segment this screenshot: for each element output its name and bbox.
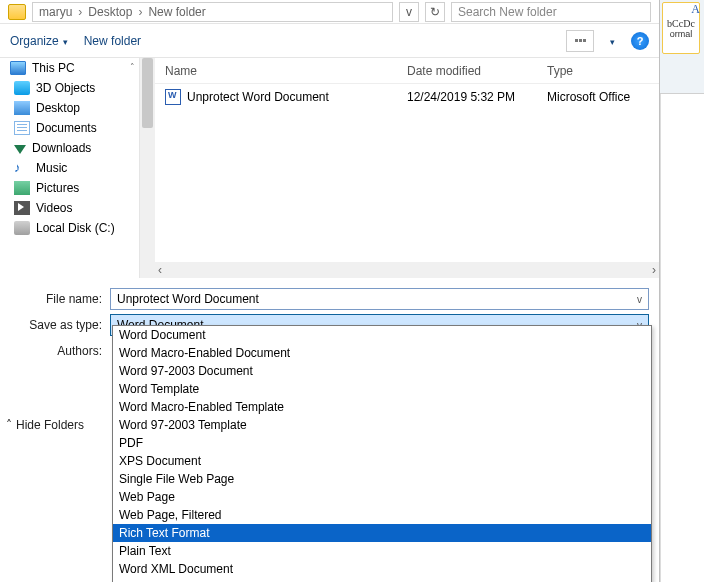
- pc-icon: [10, 61, 26, 75]
- sidebar-label: Downloads: [32, 141, 91, 155]
- sidebar-label: Videos: [36, 201, 72, 215]
- type-option[interactable]: Plain Text: [113, 542, 651, 560]
- help-button[interactable]: ?: [631, 32, 649, 50]
- scroll-left-icon[interactable]: ‹: [158, 263, 162, 277]
- sidebar-label: Pictures: [36, 181, 79, 195]
- sidebar-item-downloads[interactable]: Downloads: [0, 138, 139, 158]
- type-option[interactable]: Word Document: [113, 326, 651, 344]
- chevron-up-icon: [6, 418, 12, 432]
- documents-icon: [14, 121, 30, 135]
- file-list: Name Date modified Type Unprotect Word D…: [140, 58, 659, 278]
- file-name-input[interactable]: Unprotect Word Document: [110, 288, 649, 310]
- word-file-icon: [165, 89, 181, 105]
- chevron-down-icon: [63, 34, 68, 48]
- sidebar-label: Desktop: [36, 101, 80, 115]
- file-name-value: Unprotect Word Document: [117, 292, 259, 306]
- crumb-user[interactable]: maryu: [39, 5, 72, 19]
- view-dropdown-button[interactable]: [610, 34, 615, 48]
- refresh-button[interactable]: ↻: [425, 2, 445, 22]
- download-icon: [14, 145, 26, 154]
- disk-icon: [14, 221, 30, 235]
- document-background: [660, 94, 704, 582]
- authors-label: Authors:: [10, 344, 110, 358]
- col-type-header[interactable]: Type: [547, 64, 659, 78]
- search-placeholder: Search New folder: [458, 5, 557, 19]
- type-option[interactable]: PDF: [113, 434, 651, 452]
- sidebar-label: This PC: [32, 61, 75, 75]
- nav-sidebar: ˄ This PC 3D Objects Desktop Documents D…: [0, 58, 140, 278]
- file-type: Microsoft Office: [547, 90, 659, 104]
- new-folder-label: New folder: [84, 34, 141, 48]
- sidebar-label: Music: [36, 161, 67, 175]
- organize-label: Organize: [10, 34, 59, 48]
- crumb-folder[interactable]: New folder: [148, 5, 205, 19]
- chevron-down-icon[interactable]: [637, 292, 642, 306]
- sidebar-item-desktop[interactable]: Desktop: [0, 98, 139, 118]
- style-name: ormal: [670, 29, 693, 39]
- vscroll-thumb[interactable]: [142, 58, 153, 128]
- sidebar-item-videos[interactable]: Videos: [0, 198, 139, 218]
- vscroll-track[interactable]: [140, 58, 155, 278]
- type-option[interactable]: Web Page, Filtered: [113, 506, 651, 524]
- breadcrumb[interactable]: maryu Desktop New folder: [32, 2, 393, 22]
- col-date-header[interactable]: Date modified: [407, 64, 547, 78]
- videos-icon: [14, 201, 30, 215]
- sidebar-item-documents[interactable]: Documents: [0, 118, 139, 138]
- desktop-icon: [14, 101, 30, 115]
- type-option[interactable]: Web Page: [113, 488, 651, 506]
- search-input[interactable]: Search New folder: [451, 2, 651, 22]
- file-row[interactable]: Unprotect Word Document 12/24/2019 5:32 …: [155, 84, 659, 110]
- new-folder-button[interactable]: New folder: [84, 34, 141, 48]
- hide-folders-label: Hide Folders: [16, 418, 84, 432]
- chevron-right-icon: [76, 5, 84, 19]
- save-as-dialog: maryu Desktop New folder v ↻ Search New …: [0, 0, 660, 582]
- type-option[interactable]: Word 2003 XML Document: [113, 578, 651, 582]
- sidebar-item-music[interactable]: ♪Music: [0, 158, 139, 178]
- scroll-right-icon[interactable]: ›: [652, 263, 656, 277]
- music-icon: ♪: [14, 161, 30, 175]
- organize-button[interactable]: Organize: [10, 34, 68, 48]
- chevron-right-icon: [136, 5, 144, 19]
- address-bar-row: maryu Desktop New folder v ↻ Search New …: [0, 0, 659, 24]
- type-option[interactable]: XPS Document: [113, 452, 651, 470]
- file-date: 12/24/2019 5:32 PM: [407, 90, 547, 104]
- scroll-up-icon[interactable]: ˄: [130, 62, 135, 72]
- sidebar-item-this-pc[interactable]: This PC: [0, 58, 139, 78]
- hscroll-bar[interactable]: ‹›: [155, 262, 659, 278]
- save-type-label: Save as type:: [10, 318, 110, 332]
- sidebar-item-3d-objects[interactable]: 3D Objects: [0, 78, 139, 98]
- type-option[interactable]: Word 97-2003 Template: [113, 416, 651, 434]
- address-dropdown-button[interactable]: v: [399, 2, 419, 22]
- style-sample-text: bCcDc: [667, 18, 695, 29]
- file-name: Unprotect Word Document: [187, 90, 329, 104]
- type-option[interactable]: Word 97-2003 Document: [113, 362, 651, 380]
- sidebar-item-pictures[interactable]: Pictures: [0, 178, 139, 198]
- ribbon-letter: A: [691, 2, 700, 17]
- word-ribbon-fragment: bCcDc ormal A: [660, 0, 704, 94]
- hide-folders-button[interactable]: Hide Folders: [6, 418, 84, 432]
- sidebar-label: 3D Objects: [36, 81, 95, 95]
- cube-icon: [14, 81, 30, 95]
- folder-icon: [8, 4, 26, 20]
- crumb-desktop[interactable]: Desktop: [88, 5, 132, 19]
- sidebar-item-local-disk[interactable]: Local Disk (C:): [0, 218, 139, 238]
- type-option[interactable]: Word Macro-Enabled Document: [113, 344, 651, 362]
- column-headers: Name Date modified Type: [155, 58, 659, 84]
- toolbar: Organize New folder ?: [0, 24, 659, 58]
- type-option[interactable]: Word XML Document: [113, 560, 651, 578]
- type-option[interactable]: Word Template: [113, 380, 651, 398]
- sidebar-label: Documents: [36, 121, 97, 135]
- save-type-dropdown-list[interactable]: Word DocumentWord Macro-Enabled Document…: [112, 325, 652, 582]
- col-name-header[interactable]: Name: [155, 64, 407, 78]
- pictures-icon: [14, 181, 30, 195]
- view-options-button[interactable]: [566, 30, 594, 52]
- type-option[interactable]: Word Macro-Enabled Template: [113, 398, 651, 416]
- type-option[interactable]: Rich Text Format: [113, 524, 651, 542]
- type-option[interactable]: Single File Web Page: [113, 470, 651, 488]
- file-name-label: File name:: [10, 292, 110, 306]
- dialog-body: ˄ This PC 3D Objects Desktop Documents D…: [0, 58, 659, 278]
- sidebar-label: Local Disk (C:): [36, 221, 115, 235]
